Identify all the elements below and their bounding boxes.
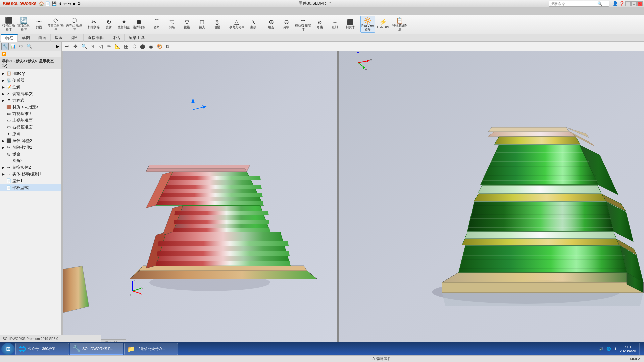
tab-direct-edit[interactable]: 直接编辑 [84,34,108,42]
tree-item-right-plane[interactable]: ▶ ▭ 右视基准面 [0,124,61,131]
tab-evaluate[interactable]: 评估 [108,34,125,42]
loft-boss-btn[interactable]: ◇ 放样凸台/基体 [47,16,65,33]
view-display-btn[interactable]: ▦ [122,43,130,50]
tree-item-flat-pattern[interactable]: ▶ 📄 平板型式 [0,184,61,191]
titlebar-icon8[interactable]: ⚙ [77,1,81,6]
close-button[interactable]: ✕ [637,1,643,6]
revolve-cut-btn[interactable]: ↻ 旋转 [101,16,116,33]
titlebar-icon6[interactable]: ↪ [68,1,71,6]
taskbar-upload-icon[interactable]: ⬆ [614,347,617,351]
view-fit-btn[interactable]: ⊡ [89,43,96,50]
titlebar-icon1[interactable]: 🏠 [39,1,44,6]
view-sect-btn[interactable]: ✏ [105,43,113,50]
view-scene-btn[interactable]: ⬤ [139,43,146,50]
fillet-btn[interactable]: ⌒ 圆角 [149,16,164,33]
view-rotate-btn[interactable]: ↩ [63,43,71,50]
tree-item-cutlist[interactable]: ▶ ✂ 切割清单(2) [0,90,61,97]
tree-item-origin[interactable]: ▶ ✦ 原点 [0,131,61,137]
tree-item-sensors[interactable]: ▶ 📡 传感器 [0,77,61,84]
view-pan-btn[interactable]: ✥ [72,43,79,50]
titlebar-icon2[interactable]: 📄 [45,1,50,6]
restore-button[interactable]: □ [631,1,637,6]
tree-item-notes[interactable]: ▶ 📝 注解 [0,84,61,90]
tree-item-move-copy[interactable]: ▶ ↔ 实体-移动/复制1 [0,171,61,177]
panel-resize-handle[interactable] [61,42,63,347]
tree-item-fillet2[interactable]: ▶ ⌒ 圆角2 [0,157,61,164]
user-icon[interactable]: 👤 [612,1,618,6]
panel-search-tab[interactable]: 🔍 [26,43,33,50]
titlebar-icon4[interactable]: 🖨 [58,1,62,6]
wrap-btn[interactable]: ◎ 包覆 [210,16,225,33]
tree-item-layer1[interactable]: ▶ 📄 层开1 [0,177,61,184]
taskbar-app-360[interactable]: 🌐 公众号 · 360极速... [15,343,69,355]
search-icon[interactable]: 🔍 [597,1,602,6]
tree-item-cut-extrude[interactable]: ▶ ✂ 切除-拉伸2 [0,144,61,151]
indent-btn[interactable]: ⌣ 压凹 [328,16,342,33]
titlebar-icon7[interactable]: ▶ [73,1,76,6]
taskbar-app-sw[interactable]: 🔧 SOLIDWORKS P... [70,343,123,355]
draft-btn[interactable]: ▽ 拔模 [180,16,194,33]
boundary-boss-btn[interactable]: ⬡ 边界凸台/基体 [65,16,83,33]
tab-feature[interactable]: 特征 [1,34,18,42]
search-box[interactable]: 🔍 [549,1,609,7]
sweep-btn[interactable]: 〰 扫描 [32,16,46,33]
view-color-btn[interactable]: 🎨 [156,43,163,50]
sweep-cut-btn[interactable]: ✂ 扫描切除 [86,16,101,33]
viewport-right[interactable]: Z X Y [337,51,644,347]
chamfer-btn[interactable]: ◹ 倒角 [164,16,179,33]
instant3d-btn[interactable]: ⚡ InstantID [376,16,390,33]
help-icon[interactable]: ❓ [619,1,625,6]
titlebar-icon5[interactable]: ↩ [63,1,67,6]
tab-surface[interactable]: 曲面 [34,34,51,42]
panel-config-tab[interactable]: ⚙ [17,43,25,50]
view-std-btn[interactable]: ⬡ [131,43,138,50]
view-light-btn[interactable]: ◉ [147,43,155,50]
tab-sheetmetal[interactable]: 钣金 [51,34,67,42]
realview-btn[interactable]: 🔆 RealView图形 [360,16,375,33]
viewport-left[interactable]: y x z [62,51,337,347]
taskbar-app-folder[interactable]: 📁 H\微信公众号\0... [124,343,178,355]
taskbar-network-icon[interactable]: 🌐 [606,347,611,351]
tab-sketch[interactable]: 草图 [18,34,34,42]
cut-extrude-label: 切除-拉伸2 [12,145,32,150]
system-clock[interactable]: 7:01 2023/4/20 [620,345,636,353]
taskbar-volume-icon[interactable]: 🔊 [599,347,604,351]
view-wire-btn[interactable]: 📐 [114,43,121,50]
tab-render[interactable]: 渲染工具 [125,34,149,42]
tree-item-top-plane[interactable]: ▶ ▭ 上视基准面 [0,117,61,124]
panel-feature-tab[interactable]: 🔧 [1,43,9,50]
viewport-splitter[interactable] [337,51,339,347]
flex-btn[interactable]: ⌀ 弯曲 [312,16,327,33]
tree-item-material[interactable]: ▶ 🟫 材质 <未指定> [0,104,61,110]
tree-item-extrude-boss[interactable]: ▶ ⬛ 拉伸-薄壁2 [0,137,61,144]
panel-expand-btn[interactable]: ▶ [55,42,60,51]
curves-btn[interactable]: ∿ 曲线 [246,16,261,33]
tab-weldment[interactable]: 焊件 [67,34,84,42]
extrude-boss-btn[interactable]: ⬛ 拉伸凸台/基体 [1,16,16,33]
revolve-boss-btn[interactable]: 🔄 旋转凸台/基体 [16,16,31,33]
split-btn[interactable]: ⊖ 分割 [279,16,294,33]
search-input[interactable] [550,2,597,6]
shell-btn[interactable]: □ 抽壳 [195,16,209,33]
boundary-cut-btn[interactable]: ⬢ 边界切除 [132,16,146,33]
tree-item-history[interactable]: ▶ 📋 History [0,70,61,77]
tree-item-front-plane[interactable]: ▶ ▭ 前视基准面 [0,110,61,117]
minimize-button[interactable]: ─ [625,1,631,6]
tree-item-convert-body[interactable]: ▶ ↔ 转换实体2 [0,164,61,171]
loft-cut-btn[interactable]: ✦ 放样切割 [116,16,131,33]
start-button[interactable]: ⊞ [1,343,15,355]
view-camera-btn[interactable]: 🖥 [164,43,171,50]
feature-name-btn[interactable]: 📋 特征名称图层 [391,16,409,33]
material-icon: 🟫 [6,104,11,110]
panel-prop-tab[interactable]: 📊 [9,43,17,50]
view-prev-btn[interactable]: ◁ [97,43,104,50]
tree-item-sheetmetal[interactable]: ▶ ◎ 钣金 [0,151,61,157]
move-copy-btn[interactable]: ↔ 移动/复制实体 [294,16,312,33]
show-desktop-btn[interactable] [639,343,640,355]
titlebar-icon3[interactable]: 💾 [52,1,57,6]
view-zoom-btn[interactable]: 🔍 [80,43,88,50]
combine-btn[interactable]: ⊕ 组合 [264,16,279,33]
ref-geometry-btn[interactable]: △ 参考几何体 [228,16,246,33]
tree-item-equations[interactable]: ▶ = 方程式 [0,97,61,104]
solid-btn[interactable]: ⬛ 制实体 [343,16,357,33]
